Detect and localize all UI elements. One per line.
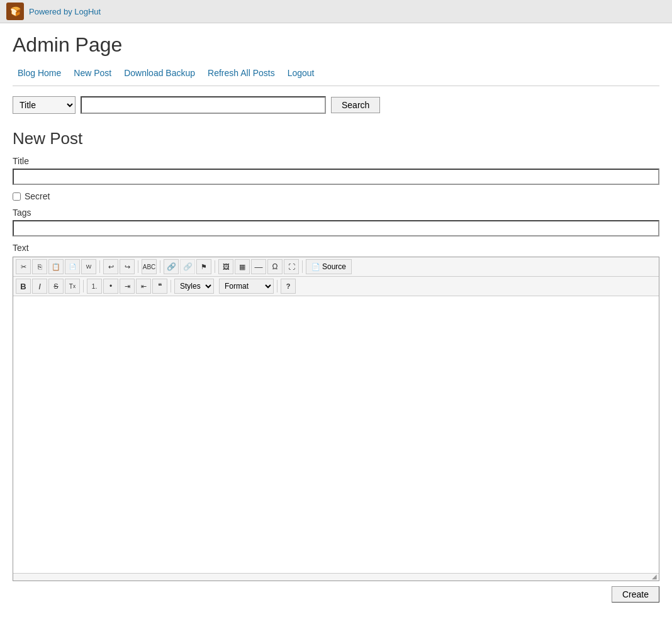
tags-input[interactable] [13,220,659,236]
search-button[interactable]: Search [331,97,380,113]
powered-by-link[interactable]: Powered by LogHut [29,7,101,16]
nav-new-post[interactable]: New Post [69,65,116,81]
special-char-button[interactable]: Ω [267,259,283,274]
resize-handle[interactable]: ◢ [650,572,659,581]
toolbar-sep2 [138,260,138,273]
ordered-list-button[interactable]: 1. [87,279,102,294]
source-button[interactable]: 📄 Source [306,259,352,274]
link-button[interactable]: 🔗 [164,259,179,274]
table-button[interactable]: ▦ [235,259,250,274]
blockquote-button[interactable]: ❝ [152,279,167,294]
bold-button[interactable]: B [16,279,31,294]
search-row: Title Tags Content Search [13,96,659,114]
create-button[interactable]: Create [612,586,659,603]
copy-button[interactable]: ⎘ [32,259,47,274]
logo-icon: 🍞 [6,3,24,20]
remove-format-button[interactable]: Tx [65,279,80,294]
editor-footer: ◢ [13,573,659,581]
toolbar-sep1 [99,260,100,273]
secret-checkbox[interactable] [13,192,21,201]
source-icon: 📄 [311,263,320,271]
nav-download-backup[interactable]: Download Backup [119,65,200,81]
unordered-list-button[interactable]: • [103,279,118,294]
main-container: Admin Page Blog Home New Post Download B… [0,23,672,613]
toolbar-sep6 [83,280,84,292]
toolbar-sep4 [215,260,215,273]
search-input[interactable] [81,96,326,114]
nav-bar: Blog Home New Post Download Backup Refre… [13,65,659,86]
source-label: Source [322,262,346,271]
toolbar-sep7 [171,280,171,292]
top-bar: 🍞 Powered by LogHut [0,0,672,23]
toolbar-sep5 [302,260,303,273]
cut-button[interactable]: ✂ [16,259,31,274]
paste-button[interactable]: 📋 [48,259,64,274]
paste-word-button[interactable]: W [81,259,96,274]
outdent-button[interactable]: ⇤ [136,279,151,294]
undo-button[interactable]: ↩ [103,259,118,274]
toolbar-sep8 [277,280,277,292]
toolbar-row1: ✂ ⎘ 📋 📄 W ↩ ↪ ABC 🔗 🔗 ⚑ 🖼 ▦ — Ω ⛶ 📄 Sour… [13,257,659,277]
styles-dropdown[interactable]: Styles [174,279,214,294]
unlink-button[interactable]: 🔗 [180,259,195,274]
create-row: Create [13,586,659,603]
page-title: Admin Page [13,33,659,57]
fullscreen-button[interactable]: ⛶ [284,259,299,274]
format-dropdown[interactable]: Format Paragraph Heading 1 Heading 2 Hea… [219,279,274,294]
nav-blog-home[interactable]: Blog Home [13,65,66,81]
editor-container: ✂ ⎘ 📋 📄 W ↩ ↪ ABC 🔗 🔗 ⚑ 🖼 ▦ — Ω ⛶ 📄 Sour… [13,257,659,581]
title-label: Title [13,156,659,166]
title-input[interactable] [13,169,659,185]
find-replace-button[interactable]: ABC [142,259,157,274]
redo-button[interactable]: ↪ [120,259,135,274]
nav-refresh-all-posts[interactable]: Refresh All Posts [203,65,280,81]
indent-button[interactable]: ⇥ [120,279,135,294]
nav-logout[interactable]: Logout [283,65,320,81]
image-button[interactable]: 🖼 [218,259,233,274]
toolbar-row2: B I S Tx 1. • ⇥ ⇤ ❝ Styles Format Paragr… [13,277,659,296]
italic-button[interactable]: I [32,279,47,294]
tags-label: Tags [13,208,659,218]
search-type-select[interactable]: Title Tags Content [13,96,76,114]
help-button[interactable]: ? [281,279,296,294]
secret-row: Secret [13,191,659,201]
editor-body[interactable] [13,296,659,573]
paste-text-button[interactable]: 📄 [65,259,80,274]
toolbar-sep3 [160,260,160,273]
strikethrough-button[interactable]: S [48,279,64,294]
anchor-button[interactable]: ⚑ [196,259,211,274]
hr-button[interactable]: — [251,259,266,274]
secret-label: Secret [25,191,50,201]
text-label: Text [13,243,659,253]
new-post-heading: New Post [13,129,659,148]
